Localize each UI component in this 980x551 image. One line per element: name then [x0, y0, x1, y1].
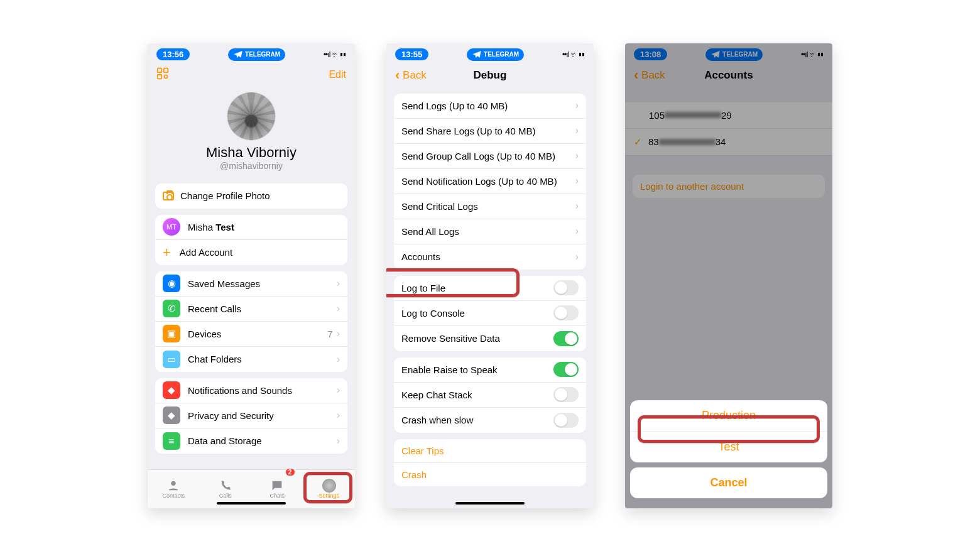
raise-to-speak-row[interactable]: Enable Raise to Speak	[394, 357, 586, 383]
telegram-icon	[472, 50, 482, 60]
toggle-switch[interactable]	[553, 280, 579, 295]
status-bar: 13:55 TELEGRAM ••ıl ᯤ ▮▮	[386, 43, 594, 63]
status-icons: ••ıl ᯤ ▮▮	[324, 50, 346, 59]
clear-tips-button[interactable]: Clear Tips	[394, 439, 586, 463]
accounts-row[interactable]: Accounts›	[394, 244, 586, 270]
chevron-right-icon: ›	[337, 435, 340, 447]
account-avatar-icon: MT	[163, 218, 180, 236]
saved-messages-row[interactable]: ◉ Saved Messages›	[155, 271, 347, 297]
send-notification-logs-row[interactable]: Send Notification Logs (Up to 40 MB)›	[394, 169, 586, 194]
chat-folders-row[interactable]: ▭ Chat Folders›	[155, 347, 347, 372]
telegram-icon	[233, 50, 243, 60]
chevron-right-icon: ›	[575, 226, 579, 237]
chevron-right-icon: ›	[575, 125, 579, 136]
crash-button[interactable]: Crash	[394, 463, 586, 486]
settings-avatar-icon	[322, 479, 336, 493]
tab-contacts[interactable]: Contacts	[148, 470, 200, 508]
notifications-row[interactable]: ◆ Notifications and Sounds›	[155, 378, 347, 403]
toggle-switch[interactable]	[553, 331, 579, 346]
toggle-switch[interactable]	[553, 387, 579, 402]
time-pill[interactable]: 13:56	[156, 48, 190, 60]
profile-handle: @mishaviborniy	[156, 161, 346, 171]
add-account-row[interactable]: + Add Account	[155, 240, 347, 265]
contacts-icon	[166, 479, 180, 493]
chevron-right-icon: ›	[337, 303, 340, 314]
devices-count: 7	[327, 329, 332, 339]
svg-rect-0	[158, 68, 162, 72]
test-button[interactable]: Test	[630, 432, 827, 462]
log-to-console-row[interactable]: Log to Console	[394, 301, 586, 326]
phone-icon	[219, 479, 232, 493]
profile-name: Misha Viborniy	[156, 145, 346, 161]
chevron-right-icon: ›	[337, 410, 340, 421]
app-pill[interactable]: TELEGRAM	[228, 48, 285, 61]
send-group-call-logs-row[interactable]: Send Group Call Logs (Up to 40 MB)›	[394, 144, 586, 169]
production-button[interactable]: Production	[630, 400, 827, 432]
toggle-switch[interactable]	[553, 305, 579, 320]
database-icon: ≡	[163, 432, 180, 450]
chevron-left-icon: ‹	[395, 67, 400, 84]
change-photo-row[interactable]: Change Profile Photo	[155, 183, 347, 209]
cancel-button[interactable]: Cancel	[630, 467, 827, 498]
time-pill[interactable]: 13:55	[395, 48, 428, 60]
settings-screen: 13:56 TELEGRAM ••ıl ᯤ ▮▮ Edit Misha Vibo…	[148, 43, 355, 508]
send-share-logs-row[interactable]: Send Share Logs (Up to 40 MB)›	[394, 119, 586, 144]
toggle-switch[interactable]	[553, 362, 579, 377]
svg-rect-1	[164, 68, 168, 72]
crash-when-slow-row[interactable]: Crash when slow	[394, 408, 586, 433]
chevron-right-icon: ›	[337, 278, 340, 289]
home-indicator[interactable]	[455, 502, 525, 505]
devices-icon: ▣	[163, 325, 180, 342]
camera-icon	[163, 192, 174, 200]
send-all-logs-row[interactable]: Send All Logs›	[394, 219, 586, 244]
svg-point-3	[165, 75, 168, 78]
debug-navbar: ‹ Back Debug	[386, 63, 594, 90]
recent-calls-row[interactable]: ✆ Recent Calls›	[155, 297, 347, 322]
lock-icon: ◆	[163, 406, 180, 424]
chevron-right-icon: ›	[575, 100, 579, 111]
chevron-right-icon: ›	[575, 150, 579, 161]
accounts-screen: 13:08 TELEGRAM ••ıl ᯤ ▮▮ ‹ Back Accounts…	[625, 43, 832, 508]
page-title: Debug	[473, 69, 506, 82]
chat-icon	[270, 479, 284, 493]
keep-chat-stack-row[interactable]: Keep Chat Stack	[394, 383, 586, 408]
profile-header: Misha Viborniy @mishaviborniy	[148, 92, 355, 177]
log-to-file-row[interactable]: Log to File	[394, 276, 586, 301]
bell-icon: ◆	[163, 381, 180, 399]
status-icons: ••ıl ᯤ ▮▮	[562, 50, 585, 59]
data-storage-row[interactable]: ≡ Data and Storage›	[155, 428, 347, 454]
back-button[interactable]: ‹ Back	[395, 67, 427, 84]
edit-button[interactable]: Edit	[329, 69, 346, 80]
phone-icon: ✆	[163, 300, 180, 317]
chevron-right-icon: ›	[337, 385, 340, 396]
chevron-right-icon: ›	[337, 328, 340, 339]
status-bar: 13:56 TELEGRAM ••ıl ᯤ ▮▮	[148, 43, 355, 63]
send-logs-row[interactable]: Send Logs (Up to 40 MB)›	[394, 94, 586, 119]
send-critical-logs-row[interactable]: Send Critical Logs›	[394, 194, 586, 219]
settings-navbar: Edit	[148, 63, 355, 89]
account-row[interactable]: MT Misha Test	[155, 215, 347, 240]
toggle-switch[interactable]	[553, 413, 579, 428]
chats-badge: 2	[286, 469, 295, 476]
app-pill[interactable]: TELEGRAM	[467, 48, 524, 61]
qr-icon[interactable]	[156, 67, 169, 83]
chevron-right-icon: ›	[575, 200, 579, 212]
home-indicator[interactable]	[217, 502, 286, 505]
plus-icon: +	[163, 246, 171, 259]
chevron-right-icon: ›	[337, 354, 340, 365]
action-sheet: Production Test Cancel	[630, 400, 827, 503]
chevron-right-icon: ›	[575, 251, 579, 263]
svg-rect-2	[158, 74, 162, 79]
svg-point-4	[172, 481, 176, 486]
tab-settings[interactable]: Settings	[303, 470, 356, 508]
bookmark-icon: ◉	[163, 275, 180, 292]
devices-row[interactable]: ▣ Devices 7 ›	[155, 322, 347, 347]
debug-screen: 13:55 TELEGRAM ••ıl ᯤ ▮▮ ‹ Back Debug Se…	[386, 43, 594, 508]
chevron-right-icon: ›	[575, 175, 579, 187]
folder-icon: ▭	[163, 351, 180, 368]
privacy-row[interactable]: ◆ Privacy and Security›	[155, 403, 347, 428]
remove-sensitive-row[interactable]: Remove Sensitive Data	[394, 326, 586, 351]
profile-avatar[interactable]	[227, 92, 276, 141]
